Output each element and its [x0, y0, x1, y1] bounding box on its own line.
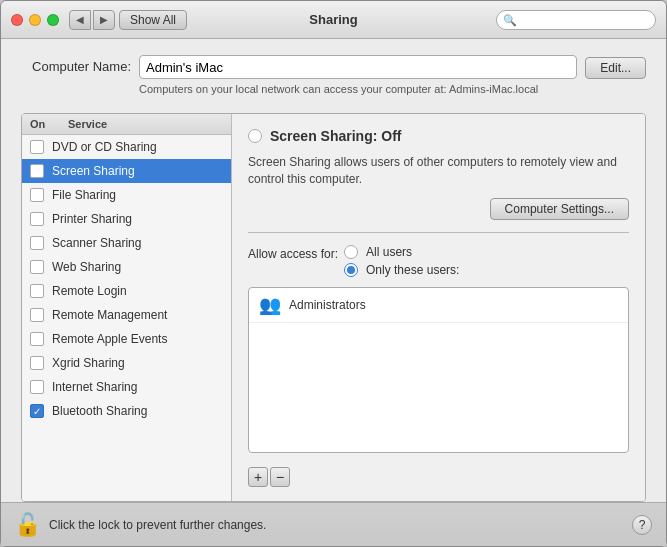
service-item[interactable]: Remote Management — [22, 303, 231, 327]
service-item[interactable]: Web Sharing — [22, 255, 231, 279]
services-panel: On Service DVD or CD SharingScreen Shari… — [22, 114, 232, 501]
titlebar: ◀ ▶ Show All Sharing 🔍 — [1, 1, 666, 39]
service-item[interactable]: Screen Sharing — [22, 159, 231, 183]
content-area: Computer Name: Computers on your local n… — [1, 39, 666, 502]
service-checkbox[interactable] — [30, 356, 44, 370]
back-button[interactable]: ◀ — [69, 10, 91, 30]
all-users-label: All users — [366, 245, 412, 259]
footer: 🔓 Click the lock to prevent further chan… — [1, 502, 666, 546]
edit-button[interactable]: Edit... — [585, 57, 646, 79]
screen-sharing-header: Screen Sharing: Off — [248, 128, 629, 144]
all-users-radio[interactable] — [344, 245, 358, 259]
service-item[interactable]: DVD or CD Sharing — [22, 135, 231, 159]
screen-sharing-desc: Screen Sharing allows users of other com… — [248, 154, 629, 188]
service-checkbox[interactable] — [30, 140, 44, 154]
service-name: Screen Sharing — [52, 164, 223, 178]
service-item[interactable]: Remote Login — [22, 279, 231, 303]
column-service-header: Service — [68, 118, 223, 130]
access-for-row: Allow access for: All users Only these u… — [248, 245, 629, 277]
help-button[interactable]: ? — [632, 515, 652, 535]
service-name: Printer Sharing — [52, 212, 223, 226]
main-area: On Service DVD or CD SharingScreen Shari… — [21, 113, 646, 502]
service-item[interactable]: Bluetooth Sharing — [22, 399, 231, 423]
service-checkbox[interactable] — [30, 332, 44, 346]
service-name: Internet Sharing — [52, 380, 223, 394]
computer-name-input[interactable] — [139, 55, 577, 79]
service-item[interactable]: File Sharing — [22, 183, 231, 207]
service-item[interactable]: Xgrid Sharing — [22, 351, 231, 375]
network-info: Computers on your local network can acce… — [139, 83, 577, 95]
minimize-button[interactable] — [29, 14, 41, 26]
remove-user-button[interactable]: − — [270, 467, 290, 487]
forward-button[interactable]: ▶ — [93, 10, 115, 30]
screen-sharing-toggle[interactable] — [248, 129, 262, 143]
sharing-window: ◀ ▶ Show All Sharing 🔍 Computer Name: Co… — [0, 0, 667, 547]
only-these-users-row: Only these users: — [344, 263, 459, 277]
service-name: DVD or CD Sharing — [52, 140, 223, 154]
service-name: Remote Login — [52, 284, 223, 298]
service-checkbox[interactable] — [30, 404, 44, 418]
computer-name-label: Computer Name: — [21, 55, 131, 74]
access-for-label: Allow access for: — [248, 245, 338, 261]
nav-buttons: ◀ ▶ — [69, 10, 115, 30]
service-name: Web Sharing — [52, 260, 223, 274]
service-name: File Sharing — [52, 188, 223, 202]
search-input[interactable] — [496, 10, 656, 30]
service-checkbox[interactable] — [30, 188, 44, 202]
window-title: Sharing — [309, 12, 357, 27]
service-checkbox[interactable] — [30, 284, 44, 298]
user-group-icon: 👥 — [259, 294, 281, 316]
service-name: Bluetooth Sharing — [52, 404, 223, 418]
service-name: Scanner Sharing — [52, 236, 223, 250]
screen-sharing-title: Screen Sharing: Off — [270, 128, 401, 144]
access-radios: All users Only these users: — [344, 245, 459, 277]
divider — [248, 232, 629, 233]
all-users-row: All users — [344, 245, 459, 259]
service-checkbox[interactable] — [30, 212, 44, 226]
service-name: Remote Apple Events — [52, 332, 223, 346]
only-these-users-label: Only these users: — [366, 263, 459, 277]
list-actions: + − — [248, 467, 629, 487]
service-checkbox[interactable] — [30, 308, 44, 322]
service-item[interactable]: Internet Sharing — [22, 375, 231, 399]
computer-settings-button[interactable]: Computer Settings... — [490, 198, 629, 220]
user-name: Administrators — [289, 298, 366, 312]
service-name: Remote Management — [52, 308, 223, 322]
right-panel: Screen Sharing: Off Screen Sharing allow… — [232, 114, 645, 501]
traffic-lights — [11, 14, 59, 26]
lock-text: Click the lock to prevent further change… — [49, 518, 622, 532]
service-checkbox[interactable] — [30, 380, 44, 394]
services-header: On Service — [22, 114, 231, 135]
user-item: 👥 Administrators — [249, 288, 628, 323]
lock-icon[interactable]: 🔓 — [15, 511, 39, 539]
add-user-button[interactable]: + — [248, 467, 268, 487]
services-list: DVD or CD SharingScreen SharingFile Shar… — [22, 135, 231, 423]
maximize-button[interactable] — [47, 14, 59, 26]
name-input-wrap: Computers on your local network can acce… — [139, 55, 577, 95]
service-item[interactable]: Printer Sharing — [22, 207, 231, 231]
only-these-users-radio[interactable] — [344, 263, 358, 277]
service-item[interactable]: Remote Apple Events — [22, 327, 231, 351]
search-icon: 🔍 — [503, 13, 517, 26]
service-checkbox[interactable] — [30, 260, 44, 274]
show-all-button[interactable]: Show All — [119, 10, 187, 30]
service-item[interactable]: Scanner Sharing — [22, 231, 231, 255]
computer-name-row: Computer Name: Computers on your local n… — [21, 55, 646, 95]
service-checkbox[interactable] — [30, 164, 44, 178]
column-on-header: On — [30, 118, 60, 130]
users-list: 👥 Administrators — [248, 287, 629, 453]
search-bar: 🔍 — [496, 10, 656, 30]
service-name: Xgrid Sharing — [52, 356, 223, 370]
close-button[interactable] — [11, 14, 23, 26]
service-checkbox[interactable] — [30, 236, 44, 250]
